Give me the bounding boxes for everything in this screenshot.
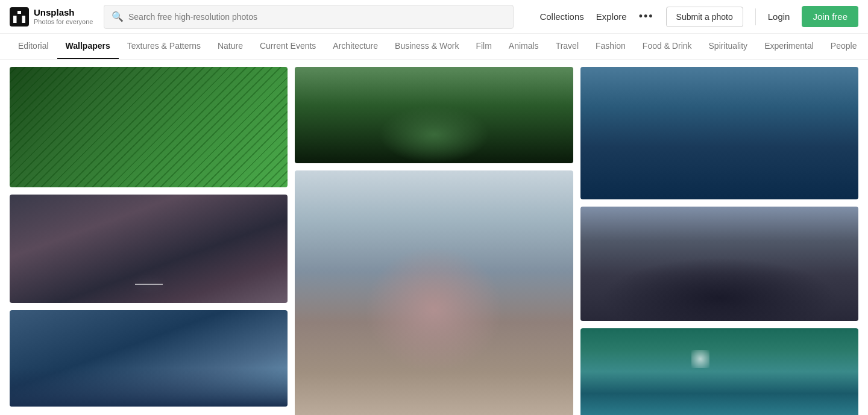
header: Unsplash Photos for everyone 🔍 Collectio… xyxy=(0,0,868,34)
photo-item[interactable] xyxy=(580,207,858,321)
unsplash-logo-svg xyxy=(13,11,25,23)
search-bar: 🔍 xyxy=(104,5,514,29)
category-nav-item[interactable]: Fashion xyxy=(587,34,634,59)
login-button[interactable]: Login xyxy=(768,11,790,22)
submit-photo-button[interactable]: Submit a photo xyxy=(666,7,743,27)
photo-column-2 xyxy=(295,67,573,415)
photo-item[interactable] xyxy=(10,310,288,407)
category-nav-item[interactable]: Food & Drink xyxy=(634,34,700,59)
join-button[interactable]: Join free xyxy=(802,6,858,27)
collections-link[interactable]: Collections xyxy=(539,11,583,22)
tagline: Photos for everyone xyxy=(34,18,93,26)
category-nav-item[interactable]: Textures & Patterns xyxy=(119,34,209,59)
category-nav-item[interactable]: Business & Work xyxy=(386,34,467,59)
photo-item[interactable] xyxy=(580,328,858,415)
explore-link[interactable]: Explore xyxy=(596,11,627,22)
logo-text: Unsplash Photos for everyone xyxy=(34,7,93,26)
category-nav-item[interactable]: Wallpapers xyxy=(57,34,119,59)
category-nav-item[interactable]: Current Events xyxy=(251,34,324,59)
brand-name: Unsplash xyxy=(34,7,93,18)
category-nav-item[interactable]: Spirituality xyxy=(700,34,756,59)
photo-item[interactable] xyxy=(580,67,858,199)
category-nav-item[interactable]: People xyxy=(822,34,866,59)
more-button[interactable]: ••• xyxy=(639,10,654,23)
photo-item[interactable] xyxy=(295,67,573,163)
photo-grid: 知乎 @星星星 xyxy=(0,60,868,415)
category-nav-item[interactable]: Experimental xyxy=(756,34,822,59)
category-nav-item[interactable]: Travel xyxy=(547,34,587,59)
nav-divider xyxy=(755,8,756,25)
photo-item[interactable] xyxy=(10,195,288,303)
photo-item[interactable] xyxy=(295,170,573,415)
category-nav-item[interactable]: Architecture xyxy=(324,34,386,59)
photo-item[interactable] xyxy=(10,67,288,187)
category-nav-item[interactable]: Editorial xyxy=(10,34,57,59)
category-nav-item[interactable]: Nature xyxy=(209,34,251,59)
search-input[interactable] xyxy=(128,12,506,22)
category-nav-item[interactable]: Film xyxy=(467,34,500,59)
logo-link[interactable]: Unsplash Photos for everyone xyxy=(10,7,94,27)
photo-column-3: 知乎 @星星星 xyxy=(580,67,858,415)
photo-column-1 xyxy=(10,67,288,407)
header-nav: Collections Explore ••• Submit a photo L… xyxy=(539,6,858,27)
category-nav-item[interactable]: Animals xyxy=(500,34,547,59)
category-nav: EditorialWallpapersTextures & PatternsNa… xyxy=(0,34,868,60)
search-icon: 🔍 xyxy=(112,11,124,22)
logo-icon xyxy=(10,7,29,27)
